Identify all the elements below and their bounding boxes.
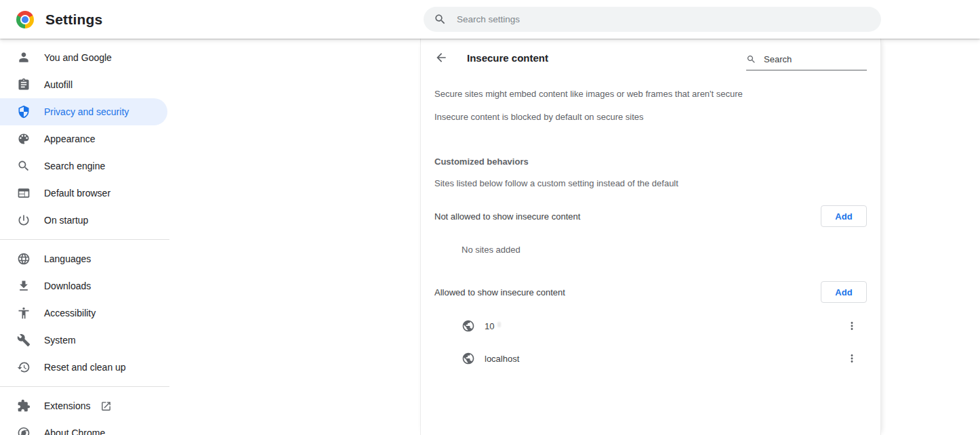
- block-list-label: Not allowed to show insecure content: [434, 211, 580, 222]
- sidebar-item-label: Default browser: [44, 188, 110, 199]
- external-link-icon: [100, 400, 112, 412]
- language-globe-icon: [17, 252, 30, 266]
- site-more-actions-button[interactable]: [840, 346, 864, 371]
- settings-search-input[interactable]: [455, 14, 874, 25]
- globe-icon: [462, 319, 475, 333]
- site-row: 10: [434, 310, 867, 342]
- allow-list-label: Allowed to show insecure content: [434, 287, 565, 297]
- sidebar-item-label: Languages: [44, 253, 91, 264]
- chrome-logo-icon: [16, 11, 34, 28]
- sidebar-item-label: Autofill: [44, 79, 73, 90]
- section-subtitle: Sites listed below follow a custom setti…: [434, 178, 867, 189]
- top-header: Settings: [0, 0, 980, 39]
- globe-icon: [462, 352, 475, 365]
- wrench-icon: [17, 333, 30, 347]
- sidebar-item-reset-and-clean-up[interactable]: Reset and clean up: [0, 354, 167, 381]
- sidebar-item-on-startup[interactable]: On startup: [0, 207, 167, 234]
- sidebar-divider: [0, 386, 169, 387]
- sidebar-divider: [0, 239, 169, 240]
- page-title: Insecure content: [467, 52, 548, 64]
- site-more-actions-button[interactable]: [840, 314, 864, 338]
- description-line: Secure sites might embed content like im…: [434, 89, 867, 100]
- palette-icon: [17, 132, 30, 146]
- more-vert-icon: [846, 352, 858, 365]
- back-button[interactable]: [429, 45, 453, 70]
- sidebar-item-about-chrome[interactable]: About Chrome: [0, 419, 167, 435]
- puzzle-icon: [17, 399, 30, 413]
- sidebar-item-languages[interactable]: Languages: [0, 245, 167, 272]
- settings-sidebar: You and Google Autofill Privacy and secu…: [0, 39, 169, 435]
- site-name: localhost: [485, 354, 519, 364]
- subpage-header: Insecure content: [434, 39, 867, 77]
- restore-icon: [17, 360, 30, 374]
- insecure-content-panel: Insecure content Secure sites might embe…: [420, 39, 881, 435]
- block-list-header: Not allowed to show insecure content Add: [434, 199, 867, 234]
- shield-icon: [17, 105, 30, 119]
- sidebar-item-search-engine[interactable]: Search engine: [0, 152, 167, 180]
- browser-icon: [17, 186, 30, 200]
- sidebar-item-accessibility[interactable]: Accessibility: [0, 299, 167, 327]
- site-row: localhost: [434, 342, 867, 375]
- sidebar-item-label: On startup: [44, 215, 88, 226]
- redacted-text: [497, 322, 501, 327]
- search-icon: [746, 54, 756, 64]
- sidebar-item-appearance[interactable]: Appearance: [0, 125, 167, 152]
- brand: Settings: [0, 11, 102, 28]
- search-icon: [434, 13, 447, 26]
- allow-list-add-button[interactable]: Add: [821, 281, 867, 303]
- search-icon: [17, 159, 30, 173]
- sidebar-item-label: Privacy and security: [44, 106, 129, 117]
- sidebar-item-label: Reset and clean up: [44, 362, 126, 373]
- power-icon: [17, 213, 30, 227]
- sidebar-item-label: Search engine: [44, 161, 105, 171]
- subpage-search-input[interactable]: [762, 54, 867, 65]
- autofill-icon: [17, 78, 30, 91]
- chrome-ring-icon: [17, 426, 30, 435]
- more-vert-icon: [846, 320, 858, 332]
- subpage-search-field[interactable]: [746, 52, 867, 70]
- sidebar-item-extensions[interactable]: Extensions: [0, 392, 167, 419]
- sidebar-item-label: You and Google: [44, 52, 112, 63]
- site-name: 10: [485, 321, 494, 331]
- sidebar-item-you-and-google[interactable]: You and Google: [0, 44, 167, 71]
- sidebar-item-label: System: [44, 335, 76, 346]
- sidebar-item-autofill[interactable]: Autofill: [0, 71, 167, 98]
- allow-list-header: Allowed to show insecure content Add: [434, 274, 867, 310]
- description-line: Insecure content is blocked by default o…: [434, 112, 867, 123]
- sidebar-item-system[interactable]: System: [0, 327, 167, 354]
- person-icon: [17, 51, 30, 64]
- download-icon: [17, 279, 30, 293]
- settings-search-bar[interactable]: [424, 7, 881, 32]
- accessibility-icon: [17, 306, 30, 320]
- app-title: Settings: [45, 12, 102, 28]
- arrow-back-icon: [434, 51, 448, 64]
- sidebar-item-default-browser[interactable]: Default browser: [0, 180, 167, 207]
- block-list-empty-text: No sites added: [434, 245, 867, 255]
- block-list-add-button[interactable]: Add: [821, 205, 867, 227]
- section-title: Customized behaviors: [434, 157, 867, 167]
- sidebar-item-privacy-and-security[interactable]: Privacy and security: [0, 98, 167, 125]
- sidebar-item-label: Extensions: [44, 400, 90, 411]
- sidebar-item-downloads[interactable]: Downloads: [0, 272, 167, 299]
- sidebar-item-label: Appearance: [44, 133, 96, 144]
- sidebar-item-label: About Chrome: [44, 428, 105, 435]
- sidebar-item-label: Accessibility: [44, 308, 96, 318]
- sidebar-item-label: Downloads: [44, 281, 91, 291]
